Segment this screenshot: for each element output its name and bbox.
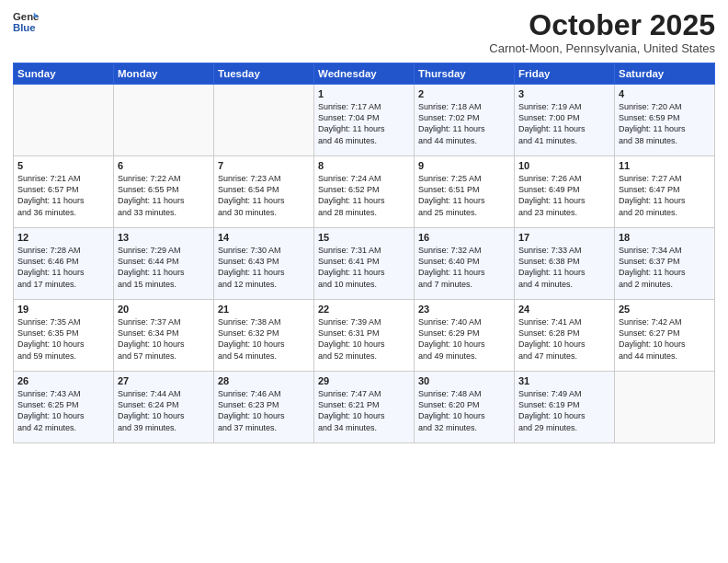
- day-info: Sunrise: 7:40 AMSunset: 6:29 PMDaylight:…: [418, 316, 510, 362]
- logo-icon: General Blue: [13, 9, 39, 35]
- day-info: Sunrise: 7:43 AMSunset: 6:25 PMDaylight:…: [17, 388, 109, 433]
- calendar-cell: 23Sunrise: 7:40 AMSunset: 6:29 PMDayligh…: [415, 300, 515, 372]
- day-number: 7: [218, 160, 310, 171]
- day-number: 1: [318, 88, 410, 99]
- calendar-cell: 10Sunrise: 7:26 AMSunset: 6:49 PMDayligh…: [515, 156, 615, 228]
- calendar-cell: 28Sunrise: 7:46 AMSunset: 6:23 PMDayligh…: [214, 372, 314, 443]
- svg-text:Blue: Blue: [13, 22, 36, 33]
- calendar-cell: 21Sunrise: 7:38 AMSunset: 6:32 PMDayligh…: [214, 300, 314, 372]
- day-number: 4: [619, 88, 711, 99]
- calendar-cell: [114, 85, 214, 156]
- calendar-cell: 26Sunrise: 7:43 AMSunset: 6:25 PMDayligh…: [14, 372, 114, 443]
- day-number: 28: [218, 375, 310, 386]
- calendar-cell: 16Sunrise: 7:32 AMSunset: 6:40 PMDayligh…: [415, 228, 515, 300]
- calendar-cell: 18Sunrise: 7:34 AMSunset: 6:37 PMDayligh…: [615, 228, 715, 300]
- day-number: 31: [518, 375, 610, 386]
- calendar-cell: 3Sunrise: 7:19 AMSunset: 7:00 PMDaylight…: [515, 85, 615, 156]
- calendar-cell: 13Sunrise: 7:29 AMSunset: 6:44 PMDayligh…: [114, 228, 214, 300]
- day-info: Sunrise: 7:37 AMSunset: 6:34 PMDaylight:…: [118, 316, 210, 362]
- day-number: 9: [418, 160, 510, 171]
- calendar-cell: 12Sunrise: 7:28 AMSunset: 6:46 PMDayligh…: [14, 228, 114, 300]
- calendar-week-row: 19Sunrise: 7:35 AMSunset: 6:35 PMDayligh…: [14, 300, 715, 372]
- day-info: Sunrise: 7:19 AMSunset: 7:00 PMDaylight:…: [518, 101, 610, 146]
- logo: General Blue: [13, 9, 39, 35]
- calendar-cell: 31Sunrise: 7:49 AMSunset: 6:19 PMDayligh…: [515, 372, 615, 443]
- calendar-cell: 7Sunrise: 7:23 AMSunset: 6:54 PMDaylight…: [214, 156, 314, 228]
- day-number: 25: [619, 304, 711, 315]
- calendar-week-row: 1Sunrise: 7:17 AMSunset: 7:04 PMDaylight…: [14, 85, 715, 156]
- calendar-cell: 30Sunrise: 7:48 AMSunset: 6:20 PMDayligh…: [415, 372, 515, 443]
- calendar-cell: 24Sunrise: 7:41 AMSunset: 6:28 PMDayligh…: [515, 300, 615, 372]
- day-info: Sunrise: 7:49 AMSunset: 6:19 PMDaylight:…: [518, 388, 610, 433]
- day-info: Sunrise: 7:28 AMSunset: 6:46 PMDaylight:…: [17, 245, 109, 290]
- day-number: 22: [318, 304, 410, 315]
- day-info: Sunrise: 7:39 AMSunset: 6:31 PMDaylight:…: [318, 316, 410, 362]
- day-info: Sunrise: 7:41 AMSunset: 6:28 PMDaylight:…: [518, 316, 610, 362]
- day-info: Sunrise: 7:27 AMSunset: 6:47 PMDaylight:…: [619, 173, 711, 218]
- day-header-saturday: Saturday: [615, 63, 715, 85]
- calendar-cell: 9Sunrise: 7:25 AMSunset: 6:51 PMDaylight…: [415, 156, 515, 228]
- day-number: 19: [17, 304, 109, 315]
- calendar-cell: 22Sunrise: 7:39 AMSunset: 6:31 PMDayligh…: [314, 300, 415, 372]
- day-header-monday: Monday: [114, 63, 214, 85]
- day-number: 18: [619, 232, 711, 243]
- day-info: Sunrise: 7:31 AMSunset: 6:41 PMDaylight:…: [318, 245, 410, 290]
- day-number: 20: [118, 304, 210, 315]
- day-number: 17: [518, 232, 610, 243]
- calendar-cell: 29Sunrise: 7:47 AMSunset: 6:21 PMDayligh…: [314, 372, 415, 443]
- day-info: Sunrise: 7:38 AMSunset: 6:32 PMDaylight:…: [218, 316, 310, 362]
- day-info: Sunrise: 7:47 AMSunset: 6:21 PMDaylight:…: [318, 388, 410, 433]
- day-number: 29: [318, 375, 410, 386]
- calendar-cell: 5Sunrise: 7:21 AMSunset: 6:57 PMDaylight…: [14, 156, 114, 228]
- calendar-cell: 15Sunrise: 7:31 AMSunset: 6:41 PMDayligh…: [314, 228, 415, 300]
- day-number: 14: [218, 232, 310, 243]
- day-info: Sunrise: 7:33 AMSunset: 6:38 PMDaylight:…: [518, 245, 610, 290]
- calendar-header-row: SundayMondayTuesdayWednesdayThursdayFrid…: [14, 63, 715, 85]
- day-number: 8: [318, 160, 410, 171]
- day-info: Sunrise: 7:35 AMSunset: 6:35 PMDaylight:…: [17, 316, 109, 362]
- day-info: Sunrise: 7:48 AMSunset: 6:20 PMDaylight:…: [418, 388, 510, 433]
- day-info: Sunrise: 7:34 AMSunset: 6:37 PMDaylight:…: [619, 245, 711, 290]
- day-number: 23: [418, 304, 510, 315]
- day-info: Sunrise: 7:25 AMSunset: 6:51 PMDaylight:…: [418, 173, 510, 218]
- day-header-friday: Friday: [515, 63, 615, 85]
- day-info: Sunrise: 7:23 AMSunset: 6:54 PMDaylight:…: [218, 173, 310, 218]
- day-number: 5: [17, 160, 109, 171]
- day-number: 27: [118, 375, 210, 386]
- day-info: Sunrise: 7:26 AMSunset: 6:49 PMDaylight:…: [518, 173, 610, 218]
- day-info: Sunrise: 7:32 AMSunset: 6:40 PMDaylight:…: [418, 245, 510, 290]
- day-info: Sunrise: 7:22 AMSunset: 6:55 PMDaylight:…: [118, 173, 210, 218]
- day-number: 26: [17, 375, 109, 386]
- calendar-cell: [14, 85, 114, 156]
- day-number: 30: [418, 375, 510, 386]
- day-number: 12: [17, 232, 109, 243]
- calendar-cell: 19Sunrise: 7:35 AMSunset: 6:35 PMDayligh…: [14, 300, 114, 372]
- calendar-cell: 17Sunrise: 7:33 AMSunset: 6:38 PMDayligh…: [515, 228, 615, 300]
- day-info: Sunrise: 7:44 AMSunset: 6:24 PMDaylight:…: [118, 388, 210, 433]
- calendar-cell: 20Sunrise: 7:37 AMSunset: 6:34 PMDayligh…: [114, 300, 214, 372]
- day-number: 11: [619, 160, 711, 171]
- calendar-cell: [615, 372, 715, 443]
- calendar-week-row: 12Sunrise: 7:28 AMSunset: 6:46 PMDayligh…: [14, 228, 715, 300]
- day-info: Sunrise: 7:21 AMSunset: 6:57 PMDaylight:…: [17, 173, 109, 218]
- day-number: 10: [518, 160, 610, 171]
- day-header-thursday: Thursday: [415, 63, 515, 85]
- day-header-wednesday: Wednesday: [314, 63, 415, 85]
- page-header: General Blue October 2025 Carnot-Moon, P…: [13, 9, 715, 55]
- day-info: Sunrise: 7:20 AMSunset: 6:59 PMDaylight:…: [619, 101, 711, 146]
- calendar-cell: 14Sunrise: 7:30 AMSunset: 6:43 PMDayligh…: [214, 228, 314, 300]
- calendar-table: SundayMondayTuesdayWednesdayThursdayFrid…: [13, 63, 715, 443]
- calendar-cell: 4Sunrise: 7:20 AMSunset: 6:59 PMDaylight…: [615, 85, 715, 156]
- calendar-week-row: 26Sunrise: 7:43 AMSunset: 6:25 PMDayligh…: [14, 372, 715, 443]
- day-number: 21: [218, 304, 310, 315]
- day-header-tuesday: Tuesday: [214, 63, 314, 85]
- calendar-cell: 6Sunrise: 7:22 AMSunset: 6:55 PMDaylight…: [114, 156, 214, 228]
- day-info: Sunrise: 7:46 AMSunset: 6:23 PMDaylight:…: [218, 388, 310, 433]
- day-number: 24: [518, 304, 610, 315]
- location-subtitle: Carnot-Moon, Pennsylvania, United States: [489, 41, 715, 55]
- day-number: 16: [418, 232, 510, 243]
- calendar-cell: [214, 85, 314, 156]
- calendar-cell: 25Sunrise: 7:42 AMSunset: 6:27 PMDayligh…: [615, 300, 715, 372]
- day-number: 2: [418, 88, 510, 99]
- day-number: 15: [318, 232, 410, 243]
